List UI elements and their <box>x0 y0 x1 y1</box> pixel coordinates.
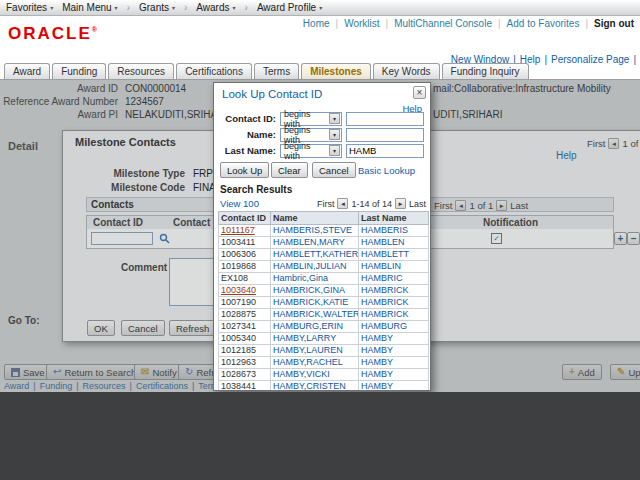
pager-next-icon[interactable]: ► <box>395 198 406 209</box>
close-icon[interactable]: × <box>413 86 426 99</box>
page-link[interactable]: Personalize Page <box>551 54 629 65</box>
result-last-name-link[interactable]: HAMBRICK <box>359 297 429 309</box>
result-row: 1011167HAMBERIS,STEVEHAMBERIS <box>219 225 429 237</box>
result-row: 1038441HAMBY,CRISTENHAMBY <box>219 381 429 392</box>
result-name-link[interactable]: HAMBY,LAUREN <box>271 345 359 357</box>
result-name-link[interactable]: HAMBY,VICKI <box>271 369 359 381</box>
tab-terms[interactable]: Terms <box>254 63 299 80</box>
result-name-link[interactable]: HAMBLEN,MARY <box>271 237 359 249</box>
result-name-link[interactable]: Hambric,Gina <box>271 273 359 285</box>
operator-select[interactable]: begins with▾ <box>280 144 342 158</box>
utility-link[interactable]: Add to Favorites <box>507 18 580 29</box>
separator: | <box>544 54 547 65</box>
breadcrumb-item[interactable]: Awards▾ <box>196 2 235 13</box>
criteria-input[interactable] <box>346 112 424 126</box>
result-row: 1007190HAMBRICK,KATIEHAMBRICK <box>219 297 429 309</box>
clear-button[interactable]: Clear <box>271 162 308 178</box>
result-name-link[interactable]: HAMBRICK,GINA <box>271 285 359 297</box>
look-up-button[interactable]: Look Up <box>220 162 269 178</box>
result-name-link[interactable]: HAMBLETT,KATHERINE <box>271 249 359 261</box>
sign-out-link[interactable]: Sign out <box>594 18 634 29</box>
result-last-name-link[interactable]: HAMBERIS <box>359 225 429 237</box>
result-contact-id-link[interactable]: 1011167 <box>219 225 271 237</box>
chevron-down-icon: ▾ <box>233 5 236 11</box>
view-100-link[interactable]: View 100 <box>220 198 259 209</box>
result-last-name-link[interactable]: HAMBURG <box>359 321 429 333</box>
tab-key-words[interactable]: Key Words <box>373 63 440 80</box>
tab-certifications[interactable]: Certifications <box>176 63 252 80</box>
result-last-name-link[interactable]: HAMBY <box>359 369 429 381</box>
tab-award[interactable]: Award <box>4 63 50 80</box>
pager-last-link[interactable]: Last <box>409 199 426 209</box>
registered-mark-icon: ® <box>92 26 97 33</box>
criteria-input[interactable] <box>346 144 424 158</box>
result-row: 1012963HAMBY,RACHELHAMBY <box>219 357 429 369</box>
lookup-criteria-row: Last Name:begins with▾ <box>214 143 424 158</box>
result-row: 1028875HAMBRICK,WALTERHAMBRICK <box>219 309 429 321</box>
breadcrumb-separator: › <box>127 2 130 13</box>
pager-first-link[interactable]: First <box>317 199 335 209</box>
result-name-link[interactable]: HAMBURG,ERIN <box>271 321 359 333</box>
tab-funding-inquiry[interactable]: Funding Inquiry <box>442 63 529 80</box>
breadcrumb-item[interactable]: Favorites▾ <box>6 2 53 13</box>
result-name-link[interactable]: HAMBRICK,KATIE <box>271 297 359 309</box>
result-contact-id-link[interactable]: 1028875 <box>219 309 271 321</box>
separator: | <box>498 18 501 29</box>
result-row: 1027341HAMBURG,ERINHAMBURG <box>219 321 429 333</box>
operator-select[interactable]: begins with▾ <box>280 128 342 142</box>
desktop: Favorites▾Main Menu▾›Grants▾›Awards▾›Awa… <box>0 0 640 480</box>
result-row: EX108Hambric,GinaHAMBRIC <box>219 273 429 285</box>
result-name-link[interactable]: HAMBY,LARRY <box>271 333 359 345</box>
breadcrumb-item[interactable]: Main Menu▾ <box>62 2 117 13</box>
result-name-link[interactable]: HAMBY,RACHEL <box>271 357 359 369</box>
chevron-down-icon: ▾ <box>329 129 340 140</box>
result-contact-id-link[interactable]: 1003640 <box>219 285 271 297</box>
result-last-name-link[interactable]: HAMBY <box>359 357 429 369</box>
result-contact-id-link[interactable]: 1012963 <box>219 357 271 369</box>
result-contact-id-link[interactable]: EX108 <box>219 273 271 285</box>
result-name-link[interactable]: HAMBERIS,STEVE <box>271 225 359 237</box>
result-contact-id-link[interactable]: 1027341 <box>219 321 271 333</box>
cancel-button[interactable]: Cancel <box>312 162 356 178</box>
result-contact-id-link[interactable]: 1012185 <box>219 345 271 357</box>
result-last-name-link[interactable]: HAMBRICK <box>359 285 429 297</box>
result-name-link[interactable]: HAMBLIN,JULIAN <box>271 261 359 273</box>
result-contact-id-link[interactable]: 1003411 <box>219 237 271 249</box>
chevron-down-icon: ▾ <box>172 5 175 11</box>
utility-link[interactable]: MultiChannel Console <box>394 18 492 29</box>
basic-lookup-link[interactable]: Basic Lookup <box>358 165 415 176</box>
utility-link[interactable]: Home <box>303 18 330 29</box>
result-contact-id-link[interactable]: 1028673 <box>219 369 271 381</box>
result-last-name-link[interactable]: HAMBRIC <box>359 273 429 285</box>
result-last-name-link[interactable]: HAMBY <box>359 381 429 392</box>
utility-link[interactable]: Worklist <box>344 18 379 29</box>
tab-resources[interactable]: Resources <box>108 63 174 80</box>
criteria-label: Contact ID: <box>214 113 276 124</box>
result-name-link[interactable]: HAMBY,CRISTEN <box>271 381 359 392</box>
separator: | <box>336 18 339 29</box>
result-contact-id-link[interactable]: 1007190 <box>219 297 271 309</box>
result-last-name-link[interactable]: HAMBY <box>359 345 429 357</box>
breadcrumb: Favorites▾Main Menu▾›Grants▾›Awards▾›Awa… <box>0 0 640 16</box>
result-last-name-link[interactable]: HAMBRICK <box>359 309 429 321</box>
pager-prev-icon[interactable]: ◄ <box>337 198 348 209</box>
tab-funding[interactable]: Funding <box>52 63 106 80</box>
breadcrumb-item[interactable]: Award Profile▾ <box>257 2 322 13</box>
breadcrumb-item[interactable]: Grants▾ <box>139 2 175 13</box>
results-pager: First ◄ 1-14 of 14 ► Last <box>317 198 426 209</box>
result-contact-id-link[interactable]: 1005340 <box>219 333 271 345</box>
separator: | <box>386 18 389 29</box>
criteria-input[interactable] <box>346 128 424 142</box>
result-contact-id-link[interactable]: 1038441 <box>219 381 271 392</box>
result-contact-id-link[interactable]: 1019868 <box>219 261 271 273</box>
result-name-link[interactable]: HAMBRICK,WALTER <box>271 309 359 321</box>
separator: | <box>633 54 636 65</box>
result-row: 1005340HAMBY,LARRYHAMBY <box>219 333 429 345</box>
result-last-name-link[interactable]: HAMBY <box>359 333 429 345</box>
operator-select[interactable]: begins with▾ <box>280 112 342 126</box>
tab-milestones[interactable]: Milestones <box>301 63 371 80</box>
result-last-name-link[interactable]: HAMBLETT <box>359 249 429 261</box>
result-last-name-link[interactable]: HAMBLIN <box>359 261 429 273</box>
result-last-name-link[interactable]: HAMBLEN <box>359 237 429 249</box>
result-contact-id-link[interactable]: 1006306 <box>219 249 271 261</box>
